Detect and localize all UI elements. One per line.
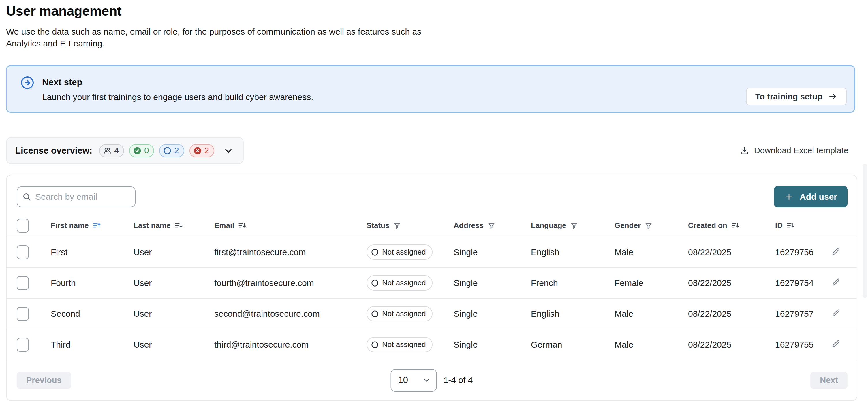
status-badge-label: Not assigned xyxy=(382,248,426,256)
status-badge: Not assigned xyxy=(367,306,433,321)
cell-id: 16279756 xyxy=(775,237,831,268)
pencil-icon xyxy=(831,339,841,348)
cell-first-name: Fourth xyxy=(51,268,133,298)
next-step-banner: Next step Launch your first trainings to… xyxy=(6,65,855,113)
cell-gender: Male xyxy=(615,329,688,360)
sort-asc-icon[interactable] xyxy=(93,221,101,230)
filter-icon[interactable] xyxy=(393,222,401,230)
arrow-right-icon xyxy=(828,92,837,101)
plus-icon xyxy=(784,192,794,201)
sort-desc-icon[interactable] xyxy=(786,221,795,230)
download-excel-template-label: Download Excel template xyxy=(754,146,848,155)
search-box xyxy=(17,187,135,207)
cell-id: 16279757 xyxy=(775,298,831,329)
column-header-created-on: Created on xyxy=(688,221,727,230)
page-title: User management xyxy=(6,3,857,19)
pagination-range: 1-4 of 4 xyxy=(443,375,473,385)
cell-language: German xyxy=(531,329,615,360)
column-header-id: ID xyxy=(775,221,783,230)
sort-desc-icon[interactable] xyxy=(731,221,740,230)
table-row: Third User third@traintosecure.com Not a… xyxy=(7,329,857,360)
table-header-row: First name Last name Email Status Addres… xyxy=(7,215,857,237)
license-badge-unlicensed: 2 xyxy=(189,144,214,157)
pagination-center: 10 1-4 of 4 xyxy=(391,369,473,392)
pagination-bar: Previous 10 1-4 of 4 Next xyxy=(7,360,857,400)
circle-outline-icon xyxy=(371,310,379,318)
license-badge-total-count: 4 xyxy=(114,146,119,155)
cell-id: 16279755 xyxy=(775,329,831,360)
column-header-status: Status xyxy=(367,221,389,230)
column-header-last-name: Last name xyxy=(133,221,171,230)
circle-outline-icon xyxy=(371,248,379,256)
license-overview-label: License overview: xyxy=(15,146,92,156)
circle-outline-icon xyxy=(163,147,172,155)
edit-user-button[interactable] xyxy=(831,277,841,286)
table-row: Second User second@traintosecure.com Not… xyxy=(7,298,857,329)
users-table: First name Last name Email Status Addres… xyxy=(7,215,857,360)
cell-id: 16279754 xyxy=(775,268,831,298)
cell-address: Single xyxy=(454,268,531,298)
filter-icon[interactable] xyxy=(570,222,578,230)
row-checkbox[interactable] xyxy=(17,307,29,321)
edit-user-button[interactable] xyxy=(831,246,841,256)
download-excel-template-button[interactable]: Download Excel template xyxy=(738,146,850,156)
license-badge-unlicensed-count: 2 xyxy=(205,146,209,155)
license-badge-assigned-count: 0 xyxy=(144,146,149,155)
page-size-select[interactable]: 10 xyxy=(391,369,437,392)
cell-gender: Female xyxy=(615,268,688,298)
status-badge: Not assigned xyxy=(367,244,433,260)
edit-user-button[interactable] xyxy=(831,308,841,317)
page-size-value: 10 xyxy=(398,375,408,385)
cell-first-name: First xyxy=(51,237,133,268)
column-header-gender: Gender xyxy=(615,221,641,230)
filter-icon[interactable] xyxy=(487,222,495,230)
users-icon xyxy=(103,147,112,155)
cell-email: fourth@traintosecure.com xyxy=(214,268,367,298)
filter-icon[interactable] xyxy=(645,222,653,230)
table-toolbar: Add user xyxy=(7,175,857,215)
license-overview: License overview: 4 0 2 xyxy=(6,137,244,164)
cell-language: English xyxy=(531,298,615,329)
next-step-title: Next step xyxy=(42,76,313,88)
circle-outline-icon xyxy=(371,279,379,287)
cell-last-name: User xyxy=(133,268,214,298)
cell-first-name: Third xyxy=(51,329,133,360)
cell-address: Single xyxy=(454,329,531,360)
page-description: We use the data such as name, email or r… xyxy=(6,26,433,49)
sort-desc-icon[interactable] xyxy=(175,221,183,230)
pencil-icon xyxy=(831,308,841,317)
row-checkbox[interactable] xyxy=(17,338,29,352)
chevron-down-icon xyxy=(423,376,431,384)
row-checkbox[interactable] xyxy=(17,276,29,290)
to-training-setup-button[interactable]: To training setup xyxy=(746,88,847,105)
next-button[interactable]: Next xyxy=(810,372,847,389)
next-step-subtitle: Launch your first trainings to engage us… xyxy=(42,92,313,102)
column-header-language: Language xyxy=(531,221,566,230)
download-icon xyxy=(740,146,749,155)
add-user-button[interactable]: Add user xyxy=(774,186,847,207)
search-icon xyxy=(22,192,31,201)
cell-language: English xyxy=(531,237,615,268)
chevron-down-icon[interactable] xyxy=(223,146,233,156)
status-badge-label: Not assigned xyxy=(382,309,426,318)
search-input[interactable] xyxy=(17,187,135,207)
select-all-checkbox[interactable] xyxy=(17,219,29,232)
cell-gender: Male xyxy=(615,237,688,268)
status-badge: Not assigned xyxy=(367,275,433,290)
cell-gender: Male xyxy=(615,298,688,329)
sort-desc-icon[interactable] xyxy=(238,221,247,230)
scrollbar-thumb[interactable] xyxy=(863,164,867,298)
x-circle-icon xyxy=(193,147,202,155)
license-overview-row: License overview: 4 0 2 xyxy=(6,137,850,164)
license-badge-assigned: 0 xyxy=(129,144,154,157)
cell-last-name: User xyxy=(133,298,214,329)
cell-address: Single xyxy=(454,237,531,268)
next-step-text: Next step Launch your first trainings to… xyxy=(42,76,313,112)
edit-user-button[interactable] xyxy=(831,339,841,348)
license-badge-available-count: 2 xyxy=(174,146,179,155)
row-checkbox[interactable] xyxy=(17,245,29,259)
previous-button[interactable]: Previous xyxy=(17,372,71,389)
check-circle-icon xyxy=(133,147,142,155)
license-badge-total: 4 xyxy=(99,144,124,157)
add-user-label: Add user xyxy=(800,192,837,202)
